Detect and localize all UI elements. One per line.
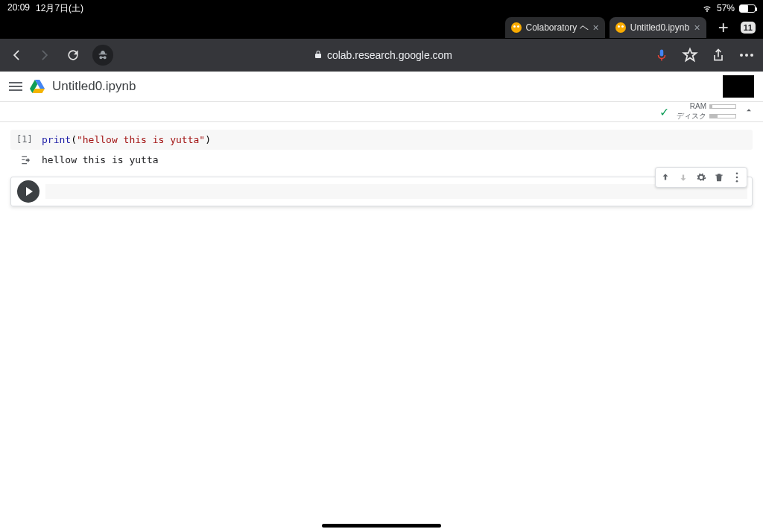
code-input[interactable] — [45, 184, 747, 199]
url-host: colab.research.google.com — [327, 49, 452, 61]
cell-output-text: hellow this is yutta — [42, 154, 159, 165]
code-cell-active[interactable] — [10, 177, 753, 206]
code-content: print("hellow this is yutta") — [42, 134, 211, 145]
move-cell-down-button[interactable] — [677, 171, 690, 184]
colab-favicon-icon — [511, 22, 522, 33]
browser-tab-untitled[interactable]: Untitled0.ipynb × — [610, 17, 706, 38]
disk-meter — [709, 114, 736, 118]
tab-title: Colaboratory ヘ — [526, 22, 589, 34]
share-button[interactable] — [709, 46, 727, 64]
output-indicator-icon[interactable] — [16, 154, 34, 166]
tab-count-badge[interactable]: 11 — [741, 22, 756, 34]
address-bar[interactable]: colab.research.google.com — [124, 49, 642, 61]
more-menu-button[interactable] — [738, 46, 756, 64]
home-indicator[interactable] — [322, 524, 441, 528]
voice-search-button[interactable] — [653, 46, 671, 64]
svg-point-2 — [736, 180, 738, 183]
browser-toolbar: colab.research.google.com — [0, 39, 763, 72]
cell-output-row: hellow this is yutta — [10, 150, 753, 171]
tab-title: Untitled0.ipynb — [630, 22, 690, 33]
code-cell-executed[interactable]: [1] print("hellow this is yutta") hellow… — [10, 130, 753, 171]
new-tab-button[interactable]: + — [711, 17, 736, 38]
colab-header: Untitled0.ipynb — [0, 72, 763, 101]
reload-button[interactable] — [64, 46, 82, 64]
close-tab-icon[interactable]: × — [593, 22, 599, 34]
move-cell-up-button[interactable] — [659, 171, 672, 184]
execution-count: [1] — [16, 134, 34, 145]
lock-icon — [314, 50, 323, 61]
close-tab-icon[interactable]: × — [694, 22, 700, 34]
back-button[interactable] — [7, 46, 25, 64]
expand-header-button[interactable] — [744, 105, 754, 118]
forward-button[interactable] — [36, 46, 54, 64]
cell-more-button[interactable] — [730, 171, 744, 184]
battery-percentage: 57% — [717, 3, 735, 13]
resource-meters[interactable]: RAM ディスク — [677, 102, 736, 121]
drive-logo-icon — [30, 80, 45, 93]
svg-point-0 — [736, 172, 738, 174]
svg-point-1 — [736, 177, 738, 179]
browser-tab-colaboratory[interactable]: Colaboratory ヘ × — [505, 17, 605, 38]
bookmark-button[interactable] — [681, 46, 699, 64]
colab-page: Untitled0.ipynb ✓ RAM ディスク [1] print("he… — [0, 72, 763, 532]
incognito-indicator[interactable] — [92, 45, 113, 66]
cell-toolbar — [655, 167, 747, 188]
delete-cell-button[interactable] — [712, 171, 726, 184]
notebook-cells-area: [1] print("hellow this is yutta") hellow… — [0, 122, 763, 532]
wifi-icon — [702, 4, 712, 13]
hamburger-menu-button[interactable] — [9, 80, 22, 93]
disk-label: ディスク — [677, 111, 706, 121]
run-cell-button[interactable] — [17, 180, 39, 203]
profile-avatar[interactable] — [723, 75, 754, 98]
battery-icon — [739, 4, 756, 13]
device-status-bar: 20:09 12月7日(土) 57% — [0, 0, 763, 16]
resource-status-bar: ✓ RAM ディスク — [0, 101, 763, 122]
cell-settings-button[interactable] — [694, 171, 708, 184]
ram-label: RAM — [690, 102, 706, 110]
connected-check-icon: ✓ — [659, 105, 669, 119]
notebook-title[interactable]: Untitled0.ipynb — [52, 79, 136, 94]
colab-favicon-icon — [615, 22, 626, 33]
browser-tab-strip: Colaboratory ヘ × Untitled0.ipynb × + 11 — [0, 16, 763, 39]
status-date: 12月7日(土) — [36, 2, 83, 15]
ram-meter — [709, 104, 736, 109]
status-time: 20:09 — [7, 2, 30, 15]
